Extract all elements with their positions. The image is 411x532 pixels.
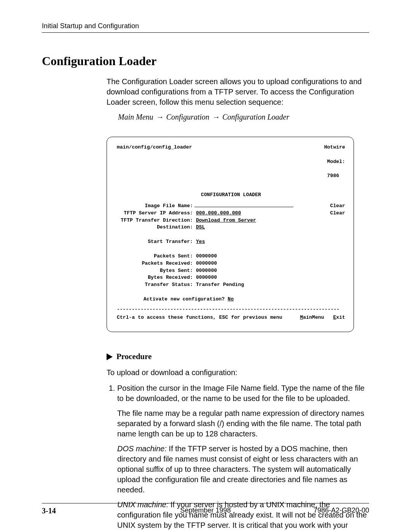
arrow-icon: → xyxy=(212,113,220,121)
page: Initial Startup and Configuration Config… xyxy=(0,0,411,532)
terminal-main-menu[interactable]: MainMenu xyxy=(300,314,324,321)
terminal-path: main/config/config_loader xyxy=(117,144,192,151)
terminal-model-value: 7986 xyxy=(327,173,339,179)
bytes-received-value: 0000000 xyxy=(196,274,217,281)
terminal-footer-hint: Ctrl-a to access these functions, ESC fo… xyxy=(117,314,282,321)
image-file-name-clear[interactable]: Clear xyxy=(330,203,345,210)
menu-path-a: Main Menu xyxy=(118,113,153,121)
packets-sent-value: 0000000 xyxy=(196,253,217,260)
procedure-step-1-p2: The file name may be a regular path name… xyxy=(117,408,369,439)
bytes-sent-label: Bytes Sent: xyxy=(117,267,193,275)
image-file-name-input[interactable] xyxy=(194,203,293,207)
menu-path-c: Configuration Loader xyxy=(222,113,289,121)
terminal-separator: ----------------------------------------… xyxy=(117,306,345,313)
running-header: Initial Startup and Configuration xyxy=(42,22,369,33)
activate-label: Activate new configuration? xyxy=(143,296,225,303)
terminal-title: CONFIGURATION LOADER xyxy=(201,192,261,199)
tftp-ip-clear[interactable]: Clear xyxy=(330,210,345,217)
menu-path: Main Menu → Configuration → Configuratio… xyxy=(118,113,369,121)
menu-path-b: Configuration xyxy=(166,113,209,121)
image-file-name-label: Image File Name: xyxy=(117,203,193,210)
procedure-step-1-dos: DOS machine: If the TFTP server is hoste… xyxy=(117,444,369,495)
activate-value[interactable]: No xyxy=(228,296,234,303)
transfer-status-value: Transfer Pending xyxy=(196,281,244,289)
procedure-label: Procedure xyxy=(116,352,152,361)
start-transfer-label: Start Transfer: xyxy=(117,238,193,246)
transfer-direction-value[interactable]: Download from Server xyxy=(196,217,256,224)
bytes-sent-value: 0000000 xyxy=(196,267,217,275)
procedure-intro: To upload or download a configuration: xyxy=(107,368,369,377)
procedure-step-1-p1: Position the cursor in the Image File Na… xyxy=(117,383,369,404)
page-footer: 3-14 September 1998 7986-A2-GB20-00 xyxy=(42,503,369,515)
packets-received-value: 0000000 xyxy=(196,260,217,267)
terminal-exit[interactable]: Exit xyxy=(333,314,345,321)
tftp-ip-label: TFTP Server IP Address: xyxy=(117,210,193,217)
destination-value[interactable]: DSL xyxy=(196,224,205,231)
terminal-screen: main/config/config_loader Hotwire Model:… xyxy=(107,137,354,332)
destination-label: Destination: xyxy=(117,224,193,231)
bytes-received-label: Bytes Received: xyxy=(117,274,193,281)
dos-lead: DOS machine: xyxy=(117,444,167,453)
packets-sent-label: Packets Sent: xyxy=(117,253,193,260)
section-title: Configuration Loader xyxy=(42,54,369,68)
transfer-status-label: Transfer Status: xyxy=(117,281,193,289)
terminal-model-label: Model: xyxy=(327,159,345,165)
triangle-icon xyxy=(107,353,113,360)
arrow-icon: → xyxy=(156,113,164,121)
section-intro: The Configuration Loader screen allows y… xyxy=(107,77,369,107)
terminal-brand: Hotwire xyxy=(324,144,345,151)
packets-received-label: Packets Received: xyxy=(117,260,193,267)
tftp-ip-value[interactable]: 000.000.000.000 xyxy=(196,210,241,217)
footer-date: September 1998 xyxy=(42,506,369,514)
start-transfer-value[interactable]: Yes xyxy=(196,238,205,246)
transfer-direction-label: TFTP Transfer Direction: xyxy=(117,217,193,224)
